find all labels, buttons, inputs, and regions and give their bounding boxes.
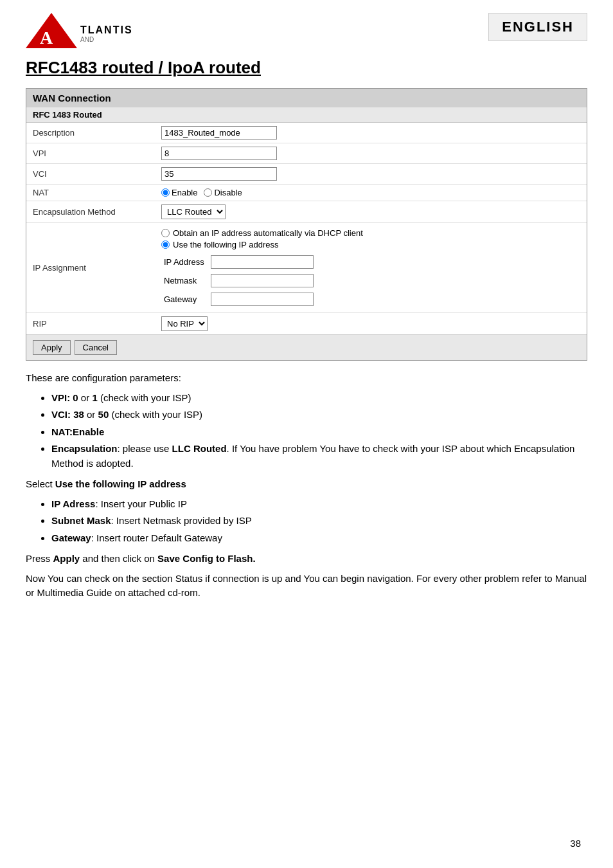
bullet-encapsulation: Encapsulation: please use LLC Routed. If… xyxy=(51,442,587,471)
svg-text:A: A xyxy=(40,28,53,48)
ip-assignment-value-cell: Obtain an IP address automatically via D… xyxy=(155,223,587,313)
rfc-subheader: RFC 1483 Routed xyxy=(26,107,587,123)
rip-value-cell: No RIP xyxy=(155,313,587,335)
press-apply: Press Apply and then click on Save Confi… xyxy=(26,552,587,566)
description-input[interactable] xyxy=(161,126,277,140)
bullets-list-1: VPI: 0 or 1 (check with your ISP) VCI: 3… xyxy=(51,391,587,471)
select-heading: Select Use the following IP address xyxy=(26,477,587,492)
rip-row: RIP No RIP xyxy=(26,313,587,335)
gateway-label: Gateway xyxy=(164,291,209,308)
vpi-label: VPI xyxy=(26,143,155,164)
ip-manual-label: Use the following IP address xyxy=(173,240,279,249)
apply-button[interactable]: Apply xyxy=(33,340,71,355)
netmask-label: Netmask xyxy=(164,272,209,289)
nat-disable-label[interactable]: Disable xyxy=(204,188,242,197)
page-number: 38 xyxy=(570,838,581,849)
ip-dhcp-label: Obtain an IP address automatically via D… xyxy=(173,228,363,238)
button-row: Apply Cancel xyxy=(26,334,587,360)
bullet-vci: VCI: 38 or 50 (check with your ISP) xyxy=(51,408,587,422)
content-section: These are configuration parameters: VPI:… xyxy=(26,371,587,601)
logo: A xyxy=(26,13,77,51)
ip-assignment-row: IP Assignment Obtain an IP address autom… xyxy=(26,223,587,313)
nat-enable-text: Enable xyxy=(172,188,197,197)
vci-label: VCI xyxy=(26,164,155,185)
nat-disable-text: Disable xyxy=(214,188,242,197)
nat-value-cell: Enable Disable xyxy=(155,185,587,201)
content-intro: These are configuration parameters: xyxy=(26,371,587,386)
nat-row: NAT Enable Disable xyxy=(26,185,587,201)
and-label: AND xyxy=(80,36,133,43)
rip-select[interactable]: No RIP xyxy=(161,316,208,331)
bullet-vpi: VPI: 0 or 1 (check with your ISP) xyxy=(51,391,587,406)
description-row: Description xyxy=(26,123,587,143)
vci-input[interactable] xyxy=(161,167,277,181)
vpi-value-cell xyxy=(155,143,587,164)
wan-header: WAN Connection xyxy=(26,89,587,107)
ip-address-row: IP Address xyxy=(164,253,319,271)
bullet-ip-address: IP Adress: Insert your Public IP xyxy=(51,497,587,512)
bullet-subnet: Subnet Mask: Insert Netmask provided by … xyxy=(51,514,587,529)
bullets-list-2: IP Adress: Insert your Public IP Subnet … xyxy=(51,497,587,546)
nat-enable-label[interactable]: Enable xyxy=(161,188,197,197)
nat-label: NAT xyxy=(26,185,155,201)
vpi-input[interactable] xyxy=(161,147,277,160)
ip-address-input[interactable] xyxy=(211,255,314,269)
language-badge: ENGLISH xyxy=(488,13,587,41)
encapsulation-row: Encapsulation Method LLC Routed xyxy=(26,201,587,223)
rip-label: RIP xyxy=(26,313,155,335)
gateway-input[interactable] xyxy=(211,293,314,306)
atlantis-label: TLANTIS xyxy=(80,24,133,36)
vci-value-cell xyxy=(155,164,587,185)
vpi-row: VPI xyxy=(26,143,587,164)
gateway-row: Gateway xyxy=(164,291,319,308)
netmask-input[interactable] xyxy=(211,274,314,287)
nat-disable-radio[interactable] xyxy=(204,188,212,197)
wan-connection-panel: WAN Connection RFC 1483 Routed Descripti… xyxy=(26,88,587,361)
netmask-row: Netmask xyxy=(164,272,319,289)
ip-assignment-label: IP Assignment xyxy=(26,223,155,313)
cancel-button[interactable]: Cancel xyxy=(75,340,117,355)
encapsulation-label: Encapsulation Method xyxy=(26,201,155,223)
final-text: Now You can check on the section Status … xyxy=(26,572,587,601)
bullet-gateway: Gateway: Insert router Default Gateway xyxy=(51,531,587,546)
ip-dhcp-radio[interactable] xyxy=(161,229,170,237)
description-value-cell xyxy=(155,123,587,143)
ip-address-label: IP Address xyxy=(164,253,209,271)
encapsulation-select[interactable]: LLC Routed xyxy=(161,204,226,219)
description-label: Description xyxy=(26,123,155,143)
brand-text: TLANTIS AND xyxy=(80,21,133,43)
nat-enable-radio[interactable] xyxy=(161,188,170,197)
form-table: Description VPI VCI NAT Enable xyxy=(26,123,587,334)
ip-manual-radio[interactable] xyxy=(161,240,170,249)
vci-row: VCI xyxy=(26,164,587,185)
encapsulation-value-cell: LLC Routed xyxy=(155,201,587,223)
page-title: RFC1483 routed / IpoA routed xyxy=(26,58,587,78)
bullet-nat: NAT:Enable xyxy=(51,425,587,440)
ip-sub-table: IP Address Netmask Gateway xyxy=(163,252,320,309)
